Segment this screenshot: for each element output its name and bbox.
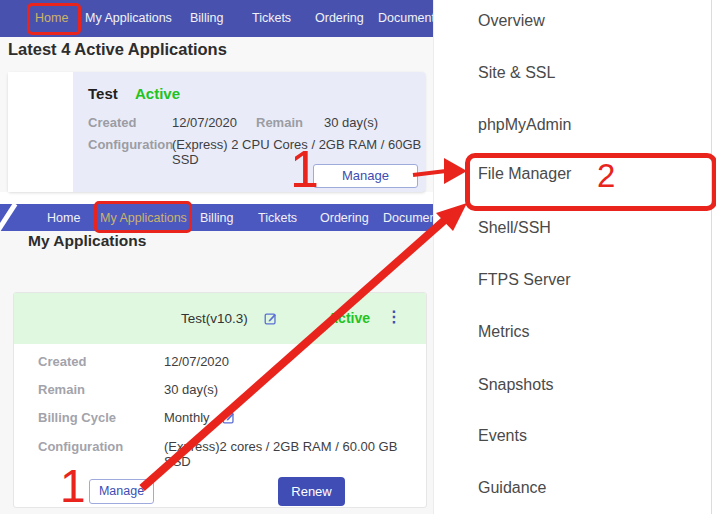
bottom-navbar: Home My Applications Billing Tickets Ord… <box>0 204 433 231</box>
status-badge: Active <box>135 85 180 102</box>
edit-billing-cycle-icon[interactable] <box>222 410 235 428</box>
nav-ordering[interactable]: Ordering <box>315 11 364 25</box>
remain-value: 30 day(s) <box>324 115 378 130</box>
created-value: 12/07/2020 <box>164 354 229 369</box>
nav-home[interactable]: Home <box>47 211 80 225</box>
remain-label: Remain <box>256 115 303 130</box>
application-card-detail: Test(v10.3) Active ⋮ Created 12/07/2020 … <box>13 292 427 508</box>
application-name: Test <box>88 85 118 102</box>
menu-item-metrics[interactable]: Metrics <box>478 323 530 341</box>
nav-ordering[interactable]: Ordering <box>320 211 369 225</box>
remain-value: 30 day(s) <box>164 382 218 397</box>
billing-cycle-value: Monthly <box>164 410 210 425</box>
nav-billing[interactable]: Billing <box>200 211 233 225</box>
renew-button[interactable]: Renew <box>278 477 345 506</box>
menu-item-site-ssl[interactable]: Site & SSL <box>478 64 555 82</box>
configuration-value: (Express)2 cores / 2GB RAM / 60.00 GB SS… <box>164 439 426 469</box>
status-badge: Active <box>328 310 370 326</box>
manage-button[interactable]: Manage <box>313 164 418 188</box>
nav-home[interactable]: Home <box>35 11 68 25</box>
menu-item-events[interactable]: Events <box>478 427 527 445</box>
nav-tickets[interactable]: Tickets <box>252 11 291 25</box>
panel-right-border <box>711 0 712 514</box>
edit-name-icon[interactable] <box>264 311 277 329</box>
remain-label: Remain <box>38 382 85 397</box>
application-card-summary: Test Active Created 12/07/2020 Remain 30… <box>8 72 425 192</box>
application-logo-placeholder <box>8 72 73 192</box>
application-title: Test(v10.3) <box>181 311 248 326</box>
created-label: Created <box>38 354 86 369</box>
menu-item-guidance[interactable]: Guidance <box>478 479 547 497</box>
menu-item-phpmyadmin[interactable]: phpMyAdmin <box>478 116 571 134</box>
top-navbar: Home My Applications Billing Tickets Ord… <box>0 0 433 37</box>
more-options-icon[interactable]: ⋮ <box>386 307 402 326</box>
nav-my-applications[interactable]: My Applications <box>100 211 187 225</box>
nav-billing[interactable]: Billing <box>190 11 223 25</box>
latest-applications-heading: Latest 4 Active Applications <box>8 40 227 59</box>
configuration-label: Configuration <box>88 137 173 152</box>
menu-item-shell-ssh[interactable]: Shell/SSH <box>478 219 551 237</box>
menu-item-ftps-server[interactable]: FTPS Server <box>478 271 570 289</box>
configuration-value: (Express) 2 CPU Cores / 2GB RAM / 60GB S… <box>172 137 425 167</box>
tutorial-page: Home My Applications Billing Tickets Ord… <box>0 0 716 514</box>
nav-tickets[interactable]: Tickets <box>258 211 297 225</box>
menu-item-snapshots[interactable]: Snapshots <box>478 376 554 394</box>
nav-my-applications[interactable]: My Applications <box>85 11 172 25</box>
my-applications-heading: My Applications <box>28 232 146 250</box>
menu-item-overview[interactable]: Overview <box>478 12 545 30</box>
billing-cycle-label: Billing Cycle <box>38 410 116 425</box>
created-value: 12/07/2020 <box>172 115 237 130</box>
manage-button[interactable]: Manage <box>89 479 154 504</box>
configuration-label: Configuration <box>38 439 123 454</box>
menu-item-file-manager[interactable]: File Manager <box>478 165 571 183</box>
created-label: Created <box>88 115 136 130</box>
app-side-menu: Overview Site & SSL phpMyAdmin File Mana… <box>433 0 716 514</box>
